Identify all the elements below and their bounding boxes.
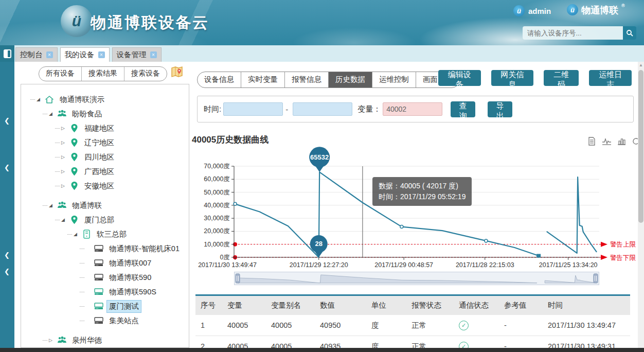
tree-node-物通博联-智能机床01[interactable]: 物通博联-智能机床01: [21, 241, 189, 256]
device-search-input[interactable]: [523, 26, 623, 40]
tree-toggle-icon[interactable]: ▷: [61, 183, 69, 188]
filter-tab-搜索结果[interactable]: 搜索结果: [81, 67, 124, 81]
action-button-编辑设备[interactable]: 编辑设备: [438, 70, 481, 86]
collapse-panel-icon[interactable]: ❮: [4, 251, 10, 259]
tree-node-软三总部[interactable]: ◢软三总部: [21, 227, 189, 241]
tree-node-集美站点[interactable]: 集美站点: [21, 313, 189, 328]
x-tick-label: 2017/11/29 12:27:20: [290, 261, 348, 269]
data-point-marker[interactable]: [234, 202, 237, 205]
tree-node-物通博联590S[interactable]: 物通博联590S: [21, 285, 189, 299]
tree-node-辽宁地区[interactable]: ▷辽宁地区: [21, 135, 189, 150]
chart-datazoom-slider[interactable]: [234, 272, 599, 285]
tree-node-广西地区[interactable]: ▷广西地区: [21, 164, 189, 179]
time-end-input[interactable]: [293, 102, 352, 116]
time-range-separator: -: [285, 105, 288, 114]
sidebar-toggle-button[interactable]: [0, 45, 14, 62]
tree-toggle-icon[interactable]: ▷: [49, 338, 57, 343]
search-icon: [626, 29, 633, 37]
collapse-panel-icon[interactable]: ❮: [4, 117, 10, 125]
window-tab-label: 我的设备: [65, 50, 95, 60]
collapse-panel-icon[interactable]: ❮: [4, 268, 10, 275]
window-tab[interactable]: 控制台×: [15, 47, 58, 62]
device-filter-tabs: 所有设备搜索结果搜索设备: [39, 66, 167, 81]
site-icon: [81, 230, 92, 239]
tree-connector: [80, 292, 84, 292]
tab-close-icon[interactable]: ×: [150, 51, 157, 58]
vertical-scrollbar[interactable]: ▲: [638, 62, 644, 348]
time-start-input[interactable]: [223, 102, 283, 116]
tree-node-label: 厦门总部: [82, 214, 116, 226]
pin-icon: [69, 215, 79, 225]
tree-node-厦门总部[interactable]: ◢厦门总部: [21, 213, 189, 227]
user-menu[interactable]: ü admin: [513, 5, 551, 16]
tab-实时变量[interactable]: 实时变量: [241, 72, 284, 87]
search-button[interactable]: [623, 26, 636, 40]
tree-node-安徽地区[interactable]: ▷安徽地区: [21, 179, 189, 193]
table-header-row: 序号变量变量别名数值单位报警状态通信状态参考值时间: [195, 296, 630, 315]
line-chart-icon[interactable]: [602, 137, 612, 146]
table-header-变量: 变量: [222, 301, 266, 310]
variable-label: 变量：: [357, 104, 381, 114]
tree-connector: [43, 205, 47, 206]
table-cell-单位: 度: [366, 321, 406, 330]
datazoom-handle[interactable]: [594, 274, 598, 283]
window-tab[interactable]: 我的设备×: [60, 47, 110, 62]
tree-toggle-icon[interactable]: ◢: [49, 203, 57, 208]
data-point-marker[interactable]: [400, 225, 403, 228]
table-row[interactable]: 1400054000540950度正常✓-2017/11/30 13:49:47: [195, 315, 630, 336]
datazoom-handle[interactable]: [236, 274, 240, 283]
series-line: [547, 177, 597, 253]
tab-close-icon[interactable]: ×: [98, 51, 105, 58]
tab-设备信息[interactable]: 设备信息: [198, 72, 241, 87]
tree-node-福建地区[interactable]: ▷福建地区: [21, 121, 189, 135]
tree-connector: [43, 340, 47, 341]
tree-node-厦门测试[interactable]: 厦门测试: [21, 299, 189, 313]
map-location-icon[interactable]: [171, 65, 183, 80]
action-button-二维码[interactable]: 二维码: [544, 70, 579, 86]
action-button-网关信息[interactable]: 网关信息: [491, 70, 534, 86]
device-detail-tabs: 设备信息实时变量报警信息历史数据运维控制画面监控: [197, 72, 460, 88]
pin-icon: [69, 152, 79, 162]
tree-node-四川地区[interactable]: ▷四川地区: [21, 150, 189, 164]
tree-node-label: 辽宁地区: [82, 137, 116, 149]
tab-历史数据[interactable]: 历史数据: [328, 72, 372, 87]
tab-运维控制[interactable]: 运维控制: [372, 72, 416, 87]
filter-tab-所有设备[interactable]: 所有设备: [39, 67, 81, 81]
tree-node-物通博联[interactable]: ◢物通博联: [21, 198, 189, 213]
tree-node-物通博联007[interactable]: 物通博联007: [21, 256, 189, 270]
window-tab[interactable]: 设备管理×: [112, 47, 162, 62]
history-data-table: 序号变量变量别名数值单位报警状态通信状态参考值时间 14000540005409…: [195, 294, 630, 352]
tree-node-物通博联590[interactable]: 物通博联590: [21, 270, 189, 285]
tree-toggle-icon[interactable]: ◢: [37, 97, 44, 102]
data-view-icon[interactable]: [587, 137, 596, 146]
tree-node-label: 软三总部: [95, 228, 129, 240]
datazoom-profile: [238, 275, 537, 283]
collapse-panel-icon[interactable]: ❮: [4, 164, 10, 171]
table-cell-变量: 40005: [222, 321, 266, 329]
tab-close-icon[interactable]: ×: [46, 51, 53, 58]
bar-chart-icon[interactable]: [617, 137, 626, 146]
query-button[interactable]: 查询: [451, 101, 475, 117]
tab-报警信息[interactable]: 报警信息: [284, 72, 328, 87]
tree-toggle-icon[interactable]: ◢: [74, 232, 81, 237]
scrollbar-thumb[interactable]: [638, 70, 643, 223]
history-query-form: 时间: - 变量： 查询 导出: [197, 96, 634, 122]
tree-toggle-icon[interactable]: ▷: [61, 154, 69, 160]
variable-input[interactable]: [383, 102, 442, 116]
tree-toggle-icon[interactable]: ▷: [61, 140, 69, 145]
tree-node-泉州华德[interactable]: ▷泉州华德: [21, 333, 189, 347]
username: admin: [528, 7, 551, 15]
tree-toggle-icon[interactable]: ▷: [61, 169, 69, 174]
action-button-运维日志[interactable]: 运维日志: [589, 70, 632, 86]
export-button[interactable]: 导出: [488, 101, 512, 117]
tree-node-物通博联演示[interactable]: ◢物通博联演示: [21, 92, 189, 107]
data-point-marker[interactable]: [485, 239, 488, 242]
tree-node-盼盼食品[interactable]: ◢盼盼食品: [21, 107, 189, 121]
tree-toggle-icon[interactable]: ▷: [61, 126, 69, 131]
tree-toggle-icon[interactable]: ◢: [49, 111, 57, 116]
filter-tab-搜索设备[interactable]: 搜索设备: [124, 67, 167, 81]
scrollbar-up-arrow[interactable]: ▲: [638, 63, 644, 67]
tree-toggle-icon[interactable]: ◢: [61, 217, 69, 222]
pin-icon: [69, 181, 79, 191]
brand-link[interactable]: ü 物通博联 ®: [567, 4, 625, 16]
